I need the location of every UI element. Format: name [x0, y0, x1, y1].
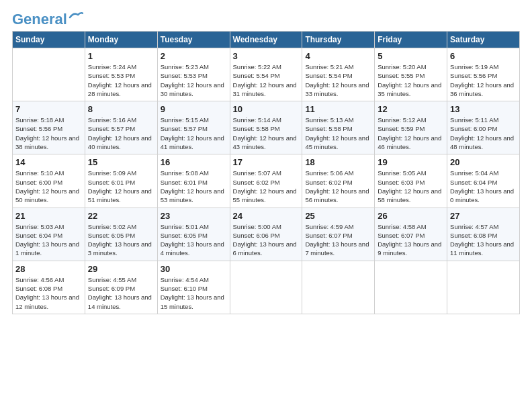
- calendar-cell: 24Sunrise: 5:00 AMSunset: 6:06 PMDayligh…: [230, 208, 302, 261]
- calendar-cell: [302, 261, 375, 314]
- day-info: Sunrise: 5:10 AMSunset: 6:00 PMDaylight:…: [15, 169, 82, 204]
- calendar-cell: 19Sunrise: 5:05 AMSunset: 6:03 PMDayligh…: [375, 154, 447, 208]
- col-header-friday: Friday: [375, 32, 447, 48]
- day-info: Sunrise: 4:56 AMSunset: 6:08 PMDaylight:…: [15, 275, 82, 311]
- day-info: Sunrise: 5:08 AMSunset: 6:01 PMDaylight:…: [161, 169, 227, 204]
- day-info: Sunrise: 5:22 AMSunset: 5:54 PMDaylight:…: [233, 62, 300, 98]
- day-info: Sunrise: 5:24 AMSunset: 5:53 PMDaylight:…: [88, 62, 154, 98]
- calendar-cell: 23Sunrise: 5:01 AMSunset: 6:05 PMDayligh…: [157, 208, 230, 261]
- calendar-cell: 30Sunrise: 4:54 AMSunset: 6:10 PMDayligh…: [157, 261, 230, 314]
- calendar-cell: 10Sunrise: 5:14 AMSunset: 5:58 PMDayligh…: [230, 101, 302, 154]
- week-row-1: 7Sunrise: 5:18 AMSunset: 5:56 PMDaylight…: [13, 101, 520, 154]
- calendar-cell: 12Sunrise: 5:12 AMSunset: 5:59 PMDayligh…: [375, 101, 447, 154]
- logo: General: [12, 12, 83, 24]
- day-number: 19: [378, 157, 444, 167]
- week-row-0: 1Sunrise: 5:24 AMSunset: 5:53 PMDaylight…: [13, 48, 520, 101]
- day-number: 24: [233, 211, 300, 221]
- day-info: Sunrise: 5:05 AMSunset: 6:03 PMDaylight:…: [378, 169, 444, 204]
- day-number: 7: [15, 104, 82, 114]
- day-info: Sunrise: 5:23 AMSunset: 5:53 PMDaylight:…: [161, 62, 227, 98]
- week-row-3: 21Sunrise: 5:03 AMSunset: 6:04 PMDayligh…: [13, 208, 520, 261]
- day-number: 9: [161, 104, 227, 114]
- col-header-thursday: Thursday: [302, 32, 375, 48]
- logo-bird-icon: [69, 11, 83, 23]
- day-number: 25: [305, 211, 371, 221]
- day-info: Sunrise: 5:20 AMSunset: 5:55 PMDaylight:…: [378, 62, 444, 98]
- day-info: Sunrise: 5:14 AMSunset: 5:58 PMDaylight:…: [233, 116, 300, 151]
- calendar-cell: 15Sunrise: 5:09 AMSunset: 6:01 PMDayligh…: [85, 154, 157, 208]
- day-info: Sunrise: 5:12 AMSunset: 5:59 PMDaylight:…: [378, 116, 444, 151]
- calendar-cell: 16Sunrise: 5:08 AMSunset: 6:01 PMDayligh…: [157, 154, 230, 208]
- day-number: 23: [161, 211, 227, 221]
- day-info: Sunrise: 4:59 AMSunset: 6:07 PMDaylight:…: [305, 222, 371, 258]
- day-number: 16: [161, 157, 227, 167]
- calendar-cell: 25Sunrise: 4:59 AMSunset: 6:07 PMDayligh…: [302, 208, 375, 261]
- day-info: Sunrise: 5:21 AMSunset: 5:54 PMDaylight:…: [305, 62, 371, 98]
- day-info: Sunrise: 5:03 AMSunset: 6:04 PMDaylight:…: [15, 222, 82, 258]
- calendar-cell: 21Sunrise: 5:03 AMSunset: 6:04 PMDayligh…: [13, 208, 85, 261]
- calendar-cell: [375, 261, 447, 314]
- calendar-cell: 29Sunrise: 4:55 AMSunset: 6:09 PMDayligh…: [85, 261, 157, 314]
- day-number: 3: [233, 51, 300, 61]
- week-row-4: 28Sunrise: 4:56 AMSunset: 6:08 PMDayligh…: [13, 261, 520, 314]
- calendar-cell: [447, 261, 520, 314]
- col-header-monday: Monday: [85, 32, 157, 48]
- day-number: 18: [305, 157, 371, 167]
- day-number: 15: [88, 157, 154, 167]
- calendar-cell: 1Sunrise: 5:24 AMSunset: 5:53 PMDaylight…: [85, 48, 157, 101]
- day-number: 30: [161, 264, 227, 274]
- col-header-wednesday: Wednesday: [230, 32, 302, 48]
- day-info: Sunrise: 5:15 AMSunset: 5:57 PMDaylight:…: [161, 116, 227, 151]
- header: General: [12, 12, 520, 24]
- day-number: 27: [450, 211, 517, 221]
- day-info: Sunrise: 5:19 AMSunset: 5:56 PMDaylight:…: [450, 62, 517, 98]
- calendar-cell: 9Sunrise: 5:15 AMSunset: 5:57 PMDaylight…: [157, 101, 230, 154]
- calendar-cell: 4Sunrise: 5:21 AMSunset: 5:54 PMDaylight…: [302, 48, 375, 101]
- day-info: Sunrise: 4:54 AMSunset: 6:10 PMDaylight:…: [161, 275, 227, 311]
- calendar-cell: 3Sunrise: 5:22 AMSunset: 5:54 PMDaylight…: [230, 48, 302, 101]
- day-number: 4: [305, 51, 371, 61]
- day-info: Sunrise: 5:13 AMSunset: 5:58 PMDaylight:…: [305, 116, 371, 151]
- day-number: 20: [450, 157, 517, 167]
- calendar-table: SundayMondayTuesdayWednesdayThursdayFrid…: [12, 31, 520, 314]
- calendar-cell: 8Sunrise: 5:16 AMSunset: 5:57 PMDaylight…: [85, 101, 157, 154]
- calendar-cell: 27Sunrise: 4:57 AMSunset: 6:08 PMDayligh…: [447, 208, 520, 261]
- calendar-cell: 14Sunrise: 5:10 AMSunset: 6:00 PMDayligh…: [13, 154, 85, 208]
- calendar-cell: [13, 48, 85, 101]
- day-info: Sunrise: 5:07 AMSunset: 6:02 PMDaylight:…: [233, 169, 300, 204]
- day-number: 2: [161, 51, 227, 61]
- day-info: Sunrise: 5:01 AMSunset: 6:05 PMDaylight:…: [161, 222, 227, 258]
- day-number: 17: [233, 157, 300, 167]
- day-info: Sunrise: 5:18 AMSunset: 5:56 PMDaylight:…: [15, 116, 82, 151]
- calendar-cell: 7Sunrise: 5:18 AMSunset: 5:56 PMDaylight…: [13, 101, 85, 154]
- day-number: 5: [378, 51, 444, 61]
- calendar-cell: 11Sunrise: 5:13 AMSunset: 5:58 PMDayligh…: [302, 101, 375, 154]
- header-row: SundayMondayTuesdayWednesdayThursdayFrid…: [13, 32, 520, 48]
- day-number: 8: [88, 104, 154, 114]
- day-number: 10: [233, 104, 300, 114]
- calendar-cell: 26Sunrise: 4:58 AMSunset: 6:07 PMDayligh…: [375, 208, 447, 261]
- day-info: Sunrise: 5:09 AMSunset: 6:01 PMDaylight:…: [88, 169, 154, 204]
- day-info: Sunrise: 5:06 AMSunset: 6:02 PMDaylight:…: [305, 169, 371, 204]
- day-number: 28: [15, 264, 82, 274]
- day-number: 21: [15, 211, 82, 221]
- day-info: Sunrise: 4:57 AMSunset: 6:08 PMDaylight:…: [450, 222, 517, 258]
- day-info: Sunrise: 5:00 AMSunset: 6:06 PMDaylight:…: [233, 222, 300, 258]
- col-header-saturday: Saturday: [447, 32, 520, 48]
- day-number: 12: [378, 104, 444, 114]
- day-number: 6: [450, 51, 517, 61]
- calendar-cell: 20Sunrise: 5:04 AMSunset: 6:04 PMDayligh…: [447, 154, 520, 208]
- calendar-cell: 2Sunrise: 5:23 AMSunset: 5:53 PMDaylight…: [157, 48, 230, 101]
- day-number: 1: [88, 51, 154, 61]
- day-info: Sunrise: 4:55 AMSunset: 6:09 PMDaylight:…: [88, 275, 154, 311]
- day-info: Sunrise: 5:11 AMSunset: 6:00 PMDaylight:…: [450, 116, 517, 151]
- day-number: 11: [305, 104, 371, 114]
- col-header-sunday: Sunday: [13, 32, 85, 48]
- day-number: 26: [378, 211, 444, 221]
- day-info: Sunrise: 5:04 AMSunset: 6:04 PMDaylight:…: [450, 169, 517, 204]
- calendar-cell: [230, 261, 302, 314]
- day-number: 14: [15, 157, 82, 167]
- calendar-cell: 5Sunrise: 5:20 AMSunset: 5:55 PMDaylight…: [375, 48, 447, 101]
- week-row-2: 14Sunrise: 5:10 AMSunset: 6:00 PMDayligh…: [13, 154, 520, 208]
- calendar-cell: 28Sunrise: 4:56 AMSunset: 6:08 PMDayligh…: [13, 261, 85, 314]
